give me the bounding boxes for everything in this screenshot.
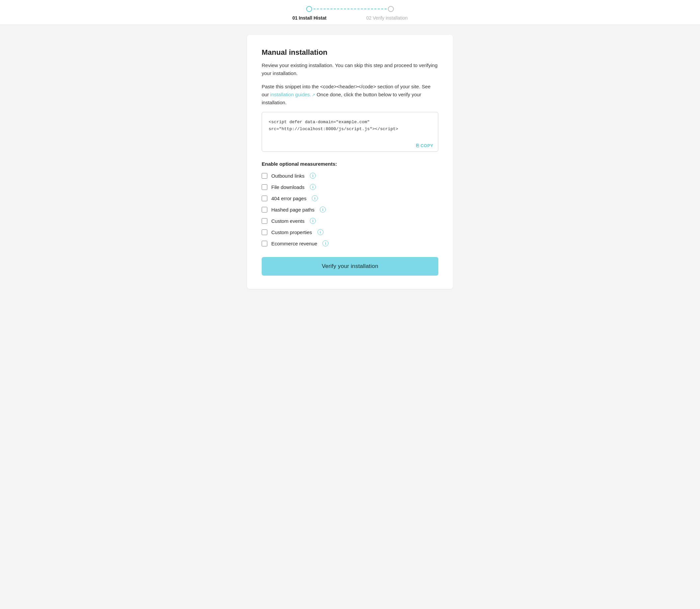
main-content: Manual installation Review your existing… — [247, 35, 453, 289]
code-snippet-box: <script defer data-domain="example.com" … — [262, 112, 438, 152]
404-error-pages-label: 404 error pages — [271, 196, 307, 201]
step1-circle — [306, 6, 312, 12]
hashed-page-paths-label: Hashed page paths — [271, 207, 314, 212]
stepper — [306, 6, 394, 12]
outbound-links-checkbox[interactable] — [262, 173, 267, 179]
description2: Paste this snippet into the <code><heade… — [262, 83, 438, 107]
code-snippet: <script defer data-domain="example.com" … — [269, 119, 431, 133]
custom-properties-info-icon[interactable]: i — [317, 229, 323, 235]
copy-label: COPY — [420, 143, 433, 148]
404-error-pages-checkbox[interactable] — [262, 196, 267, 201]
installation-guides-link[interactable]: installation guides.↗ — [270, 92, 315, 97]
checkbox-row-downloads: File downloads i — [262, 184, 438, 190]
top-bar: 01 Install Histat 02 Verify installation — [0, 0, 700, 25]
external-link-icon: ↗ — [312, 92, 315, 98]
step-labels: 01 Install Histat 02 Verify installation — [292, 15, 407, 21]
outbound-links-info-icon[interactable]: i — [310, 173, 316, 179]
ecommerce-revenue-label: Ecommerce revenue — [271, 241, 317, 246]
optional-title: Enable optional measurements: — [262, 161, 438, 167]
hashed-page-paths-checkbox[interactable] — [262, 207, 267, 212]
custom-events-info-icon[interactable]: i — [310, 218, 316, 224]
checkbox-row-404: 404 error pages i — [262, 195, 438, 201]
step2-circle — [388, 6, 394, 12]
checkbox-row-outbound: Outbound links i — [262, 173, 438, 179]
checkbox-row-custom-properties: Custom properties i — [262, 229, 438, 235]
step-line — [314, 8, 386, 9]
file-downloads-label: File downloads — [271, 184, 304, 190]
404-error-pages-info-icon[interactable]: i — [312, 195, 318, 201]
page-title: Manual installation — [262, 48, 438, 57]
step2-label: 02 Verify installation — [366, 15, 408, 21]
verify-installation-button[interactable]: Verify your installation — [262, 257, 438, 276]
file-downloads-checkbox[interactable] — [262, 184, 267, 190]
description1: Review your existing installation. You c… — [262, 62, 438, 77]
custom-events-label: Custom events — [271, 218, 304, 224]
step1-label: 01 Install Histat — [292, 15, 327, 21]
checkbox-list: Outbound links i File downloads i 404 er… — [262, 173, 438, 246]
file-downloads-info-icon[interactable]: i — [310, 184, 316, 190]
outbound-links-label: Outbound links — [271, 173, 304, 179]
custom-events-checkbox[interactable] — [262, 218, 267, 224]
custom-properties-checkbox[interactable] — [262, 229, 267, 235]
custom-properties-label: Custom properties — [271, 229, 312, 235]
copy-button[interactable]: ⎘ COPY — [416, 143, 433, 148]
checkbox-row-hashed: Hashed page paths i — [262, 207, 438, 212]
ecommerce-revenue-checkbox[interactable] — [262, 241, 267, 246]
ecommerce-revenue-info-icon[interactable]: i — [322, 240, 328, 246]
checkbox-row-custom-events: Custom events i — [262, 218, 438, 224]
checkbox-row-ecommerce: Ecommerce revenue i — [262, 240, 438, 246]
hashed-page-paths-info-icon[interactable]: i — [320, 207, 326, 212]
copy-icon: ⎘ — [416, 143, 419, 148]
